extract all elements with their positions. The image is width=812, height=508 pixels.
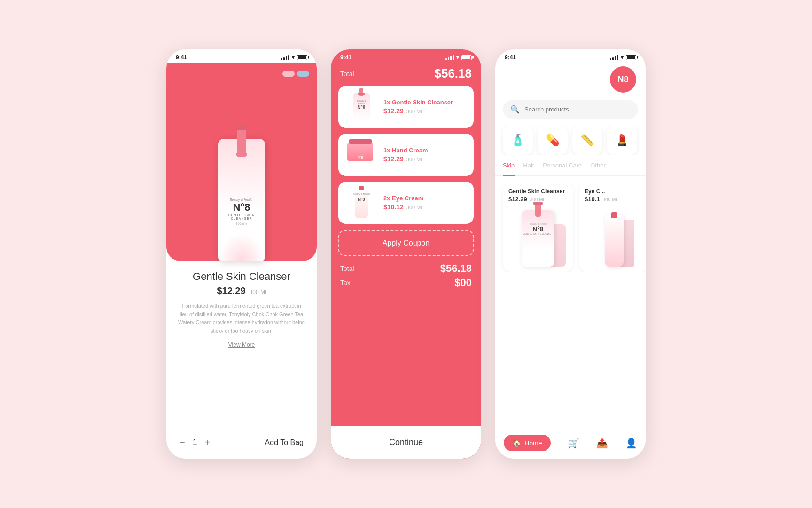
product-price: $12.29	[217, 286, 245, 296]
cart-nav-icon[interactable]: 🛒	[568, 437, 579, 449]
cart-item-price-2: $12.29	[383, 155, 404, 163]
cart-item-info-1: 1x Gentle Skin Cleanser $12.29 300 Ml	[383, 99, 467, 115]
user-avatar[interactable]: N8	[610, 66, 636, 93]
mini-jar-label: N°8	[358, 156, 363, 159]
mini-jar: N°8	[347, 142, 373, 161]
quantity-control: − 1 +	[180, 437, 210, 448]
category-makeup[interactable]: 💄	[607, 125, 637, 155]
tab-hair[interactable]: Hair	[523, 162, 534, 172]
cart-item-price-1: $12.29	[383, 107, 404, 115]
cart-item-info-3: 2x Eye Cream $10.12 300 Ml	[383, 195, 467, 211]
search-icon: 🔍	[510, 105, 520, 114]
status-icons-2: ▾	[445, 55, 472, 61]
cart-item-name-3: 2x Eye Cream	[383, 195, 467, 202]
view-more-link[interactable]: View More	[178, 341, 305, 348]
p3-price-1: $12.29	[508, 196, 527, 203]
big-pump-title: GENTLE SKIN CLEANSER	[523, 233, 553, 235]
search-bar[interactable]: 🔍	[503, 100, 638, 119]
cart-item-ml-1: 300 Ml	[406, 109, 422, 114]
big-pump-body: Beauty & Health N°8 GENTLE SKIN CLEANSER	[523, 222, 553, 235]
cart-item-img-1: Beauty & Health N°8	[345, 90, 378, 123]
p3-product-img-2	[585, 206, 644, 267]
cart-totals: Total $56.18 Tax $00	[340, 262, 472, 289]
product-name: Gentle Skin Cleanser	[178, 270, 305, 283]
tab-personal-care[interactable]: Personal Care	[543, 162, 582, 172]
wifi-icon-2: ▾	[456, 55, 459, 61]
cart-header: Total $56.18	[331, 64, 481, 86]
big-pump-bottle: Beauty & Health N°8 GENTLE SKIN CLEANSER	[522, 210, 554, 267]
cart-item-info-2: 1x Hand Cream $12.29 300 Ml	[383, 147, 467, 163]
cart-total-section-value: $56.18	[440, 262, 472, 275]
product-info: Gentle Skin Cleanser $12.29 300 Ml Formu…	[166, 261, 317, 353]
product-price-row: $12.29 300 Ml	[178, 286, 305, 296]
cart-item-3: Beauty & Health N°8 2x Eye Cream $10.12 …	[338, 182, 474, 224]
bottom-nav: 🏠 Home 🛒 📤 👤	[495, 427, 646, 459]
cart-item-price-row-2: $12.29 300 Ml	[383, 155, 467, 163]
quantity-value: 1	[193, 437, 197, 447]
bottle-brand: Beauty & Health	[230, 198, 254, 201]
phone-cart: 9:41 ▾ Total $56.18 Beauty & Health	[331, 49, 481, 459]
mini-tube-no: N°8	[358, 197, 365, 202]
color-pill-pink[interactable]	[282, 71, 295, 77]
product-card-1[interactable]: Gentle Skin Cleanser $12.29 300 Ml Beaut…	[503, 183, 573, 272]
cart-total-section-label: Total	[340, 265, 354, 272]
time-2: 9:41	[340, 54, 351, 61]
cart-item-2: N°8 1x Hand Cream $12.29 300 Ml	[338, 134, 474, 176]
cart-total-row: Total $56.18	[340, 262, 472, 275]
cart-tax-value: $00	[454, 277, 472, 289]
product-bottom-bar: − 1 + Add To Bag	[166, 426, 317, 459]
bottle-foam	[218, 233, 265, 261]
cart-tax-row: Tax $00	[340, 277, 472, 289]
quantity-decrease[interactable]: −	[180, 437, 185, 448]
category-health[interactable]: 💊	[538, 125, 568, 155]
p3-product-name-1: Gentle Skin Cleanser	[508, 188, 568, 195]
cart-total-label: Total	[340, 70, 354, 78]
wifi-icon-1: ▾	[292, 55, 295, 61]
mini-tube-label: Beauty & Health	[353, 192, 370, 195]
tab-skin[interactable]: Skin	[503, 162, 515, 176]
coupon-button[interactable]: Apply Coupon	[338, 230, 474, 256]
cart-item-name-2: 1x Hand Cream	[383, 147, 467, 154]
tab-other[interactable]: Other	[590, 162, 606, 172]
quantity-increase[interactable]: +	[205, 437, 211, 448]
category-nails[interactable]: 🧴	[503, 125, 533, 155]
mini-pump-no: N°8	[358, 105, 366, 110]
home-icon: 🏠	[512, 438, 522, 447]
send-nav-icon[interactable]: 📤	[596, 437, 608, 449]
cart-item-img-3: Beauty & Health N°8	[345, 186, 378, 219]
product-description: Formulated with pure fermented green tea…	[178, 302, 305, 335]
cart-tax-label: Tax	[340, 279, 351, 286]
home-header: N8	[495, 64, 646, 97]
profile-nav-icon[interactable]: 👤	[625, 437, 637, 449]
bottle-no: N°8	[233, 201, 250, 214]
cart-item-1: Beauty & Health N°8 1x Gentle Skin Clean…	[338, 86, 474, 128]
wifi-icon-3: ▾	[621, 55, 624, 61]
category-measure[interactable]: 📏	[572, 125, 602, 155]
p3-ml-2: 300 Ml	[603, 197, 617, 202]
continue-button[interactable]: Continue	[389, 437, 423, 447]
battery-icon-1	[297, 55, 307, 60]
product-grid: Gentle Skin Cleanser $12.29 300 Ml Beaut…	[495, 183, 646, 272]
product-ml: 300 Ml	[250, 289, 266, 295]
battery-icon-2	[461, 55, 472, 60]
time-3: 9:41	[505, 54, 516, 61]
bottle-title: GENTLE SKIN CLEANSER	[218, 214, 265, 220]
color-options[interactable]	[282, 71, 309, 77]
product-tabs: Skin Hair Personal Care Other	[495, 162, 646, 176]
big-tube	[605, 215, 624, 267]
nav-home-button[interactable]: 🏠 Home	[504, 435, 550, 451]
product-main-bottle: Beauty & Health N°8 GENTLE SKIN CLEANSER…	[218, 139, 265, 261]
product-hero: Beauty & Health N°8 GENTLE SKIN CLEANSER…	[166, 64, 317, 261]
pump-head	[237, 125, 246, 153]
search-input[interactable]	[524, 106, 631, 113]
cart-total-price: $56.18	[434, 66, 472, 81]
mini-jar-wrapper: N°8	[347, 142, 375, 168]
big-pump-no: N°8	[523, 225, 553, 233]
mini-pump-head	[359, 88, 363, 96]
color-pill-blue[interactable]	[297, 71, 309, 77]
category-grid: 🧴 💊 📏 💄	[495, 125, 646, 155]
product-card-2[interactable]: Eye C... $10.1 300 Ml	[579, 183, 646, 272]
mini-tube: Beauty & Health N°8	[355, 188, 368, 218]
add-to-bag-button[interactable]: Add To Bag	[265, 438, 304, 447]
bottle-ml: 300ml e	[236, 222, 248, 225]
